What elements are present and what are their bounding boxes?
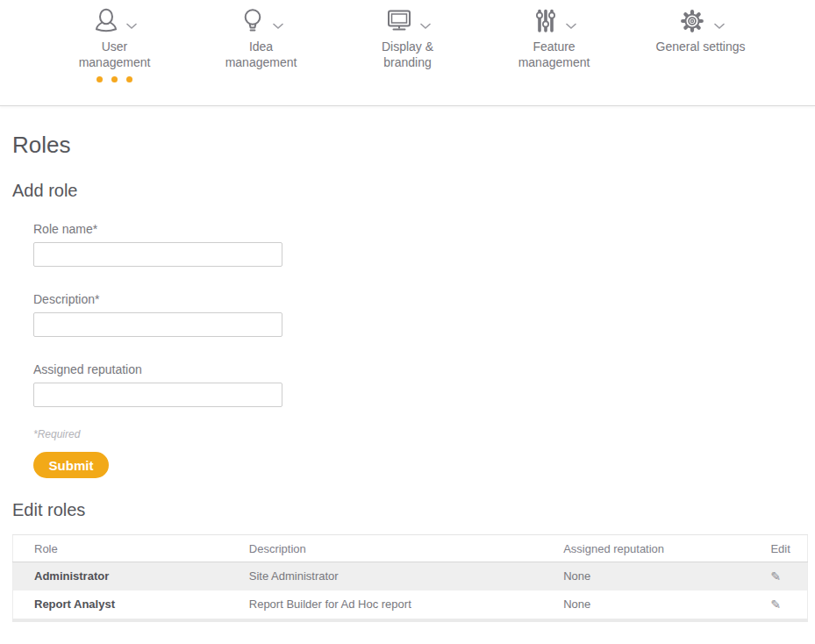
monitor-icon — [384, 7, 414, 35]
column-header-role: Role — [13, 535, 228, 562]
assigned-reputation-cell: None — [542, 590, 749, 619]
settings-nav: User management — [0, 0, 815, 82]
role-name-input[interactable] — [33, 242, 282, 267]
nav-label: User management — [66, 39, 164, 70]
column-header-edit: Edit — [749, 535, 807, 562]
chevron-down-icon — [126, 23, 137, 30]
chevron-down-icon — [714, 23, 725, 30]
table-row: Administrator Site Administrator None ✎ — [13, 562, 808, 590]
column-header-description: Description — [228, 535, 542, 562]
next-table-row-peek — [12, 619, 808, 622]
roles-table: Role Description Assigned reputation Edi… — [12, 534, 808, 619]
assigned-reputation-input[interactable] — [33, 383, 282, 407]
chevron-down-icon — [420, 23, 431, 30]
page-title: Roles — [12, 132, 815, 159]
description-cell: Site Administrator — [228, 562, 542, 590]
description-cell: Report Builder for Ad Hoc report — [228, 590, 542, 619]
nav-item-feature-management[interactable]: Feature management — [481, 6, 627, 82]
nav-label: General settings — [652, 39, 750, 54]
edit-pencil-icon[interactable]: ✎ — [770, 597, 781, 612]
nav-label: Feature management — [505, 39, 604, 70]
required-note: *Required — [33, 428, 815, 440]
nav-item-general-settings[interactable]: General settings — [627, 6, 774, 82]
nav-item-display-branding[interactable]: Display & branding — [334, 6, 481, 82]
add-role-form: Role name* Description* Assigned reputat… — [33, 222, 815, 478]
settings-top-bar: User management — [0, 0, 815, 106]
column-header-assigned-reputation: Assigned reputation — [542, 535, 749, 562]
active-dot — [111, 76, 118, 82]
add-role-heading: Add role — [12, 181, 815, 201]
nav-label: Display & branding — [359, 39, 457, 70]
nav-item-user-management[interactable]: User management — [41, 6, 188, 82]
role-cell: Administrator — [13, 562, 228, 590]
chevron-down-icon — [273, 23, 283, 30]
edit-pencil-icon[interactable]: ✎ — [770, 569, 781, 583]
assigned-reputation-label: Assigned reputation — [33, 362, 815, 376]
roles-page: Roles Add role Role name* Description* A… — [0, 132, 815, 622]
gear-icon — [676, 6, 708, 36]
active-section-indicator — [41, 76, 188, 82]
table-header-row: Role Description Assigned reputation Edi… — [13, 535, 808, 562]
chevron-down-icon — [566, 23, 576, 30]
sliders-icon — [532, 7, 560, 35]
submit-button[interactable]: Submit — [33, 452, 109, 478]
description-input[interactable] — [33, 312, 282, 337]
lightbulb-icon — [239, 7, 267, 35]
user-icon — [92, 7, 120, 35]
edit-roles-heading: Edit roles — [12, 500, 815, 520]
active-dot — [126, 76, 132, 82]
nav-item-idea-management[interactable]: Idea management — [188, 6, 334, 82]
table-row: Report Analyst Report Builder for Ad Hoc… — [13, 590, 808, 619]
active-dot — [97, 76, 103, 82]
role-cell: Report Analyst — [13, 590, 228, 619]
nav-label: Idea management — [212, 39, 311, 70]
assigned-reputation-cell: None — [542, 562, 749, 590]
description-label: Description* — [33, 292, 815, 306]
role-name-label: Role name* — [33, 222, 815, 236]
